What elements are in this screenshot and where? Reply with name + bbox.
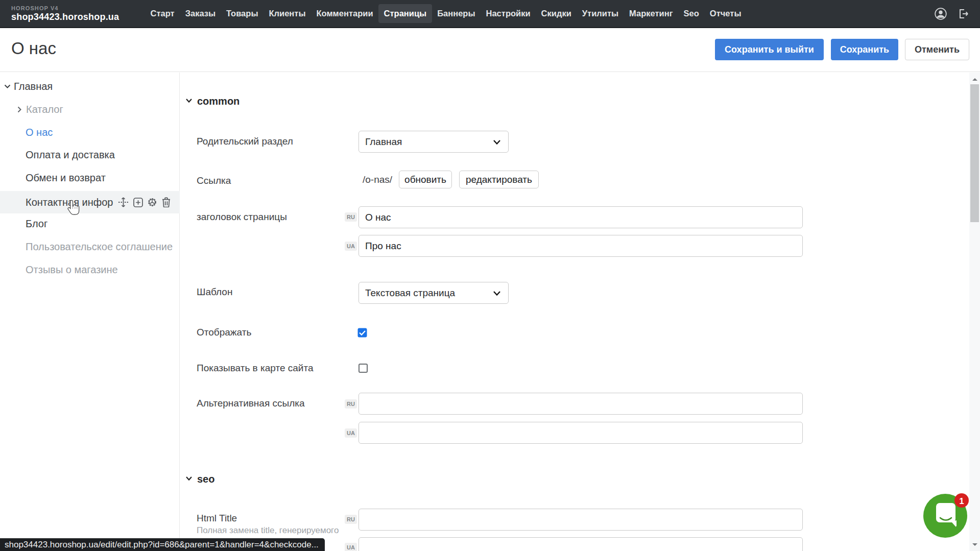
svg-text:1: 1 bbox=[959, 496, 964, 506]
